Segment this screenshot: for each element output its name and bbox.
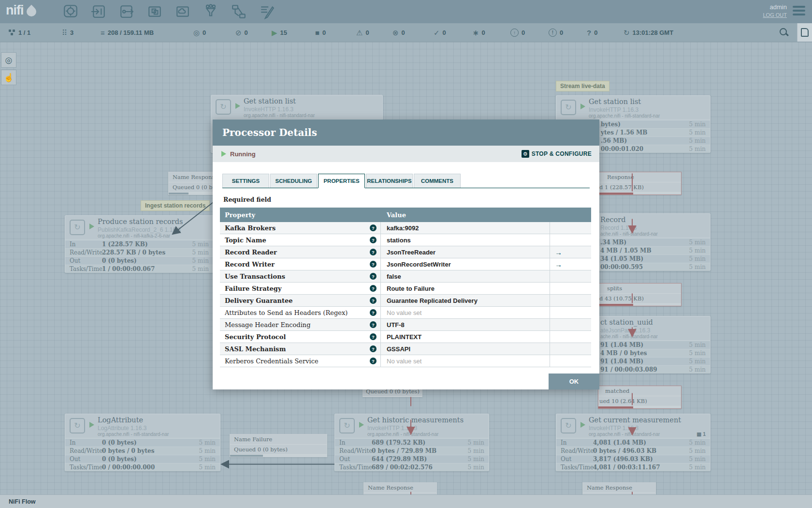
processor-get-current-measurement[interactable]: ↻ Get current measurement InvokeHTTP 1.1…	[556, 414, 710, 471]
help-icon[interactable]: ?	[370, 273, 377, 280]
processor-type: InvokeHTTP 1.16.3	[244, 106, 293, 113]
stat-row: In0 (0 bytes)5 min	[65, 438, 220, 447]
help-icon[interactable]: ?	[370, 358, 377, 364]
help-icon[interactable]: ?	[370, 261, 377, 268]
connection-splits[interactable]: splits d 43 (10.75 KB)	[598, 283, 682, 306]
running-indicator-icon	[580, 422, 585, 428]
transmitting-status: ◎0	[193, 23, 206, 42]
pan-hand-button[interactable]: ☝	[1, 70, 16, 85]
logout-link[interactable]: LOG OUT	[763, 12, 787, 18]
processor-bundle: org.apache.nifi - nifi-standard-nar	[589, 113, 660, 119]
processor-type: InvokeHTTP 1.16.3	[367, 425, 417, 432]
help-icon[interactable]: ?	[370, 297, 377, 304]
locally-modified-stale-status: !0	[549, 23, 563, 42]
stat-row: Read/Write0 bytes / 0 bytes5 min	[65, 447, 220, 455]
stopped-icon: ■	[315, 29, 319, 36]
table-row: Record Reader? JsonTreeReader →	[220, 246, 591, 258]
processor-bundle: org.apache.nifi - nifi-standard-nar	[589, 432, 660, 437]
breadcrumb-bar: NiFi Flow	[0, 494, 812, 508]
property-value: JsonTreeReader	[387, 249, 435, 256]
stat-row: 91 / 00:00:03.0895 min	[598, 365, 710, 374]
ok-button[interactable]: OK	[549, 374, 599, 389]
go-to-service-icon[interactable]: →	[550, 260, 562, 269]
help-icon[interactable]: ?	[370, 224, 377, 231]
tab-settings[interactable]: SETTINGS	[222, 174, 269, 188]
sync-failure-icon: ?	[587, 29, 591, 36]
invalid-icon: ⚠	[356, 29, 362, 36]
input-port-toolbar-icon[interactable]	[91, 4, 106, 19]
help-icon[interactable]: ?	[370, 249, 377, 255]
sync-failure-status: ?0	[587, 23, 597, 42]
app-header: nifi admin LOG OUT	[0, 0, 812, 23]
property-value: UTF-8	[387, 321, 405, 329]
summary-button[interactable]	[797, 23, 812, 42]
processor-name: Get station list	[589, 98, 641, 105]
page-icon	[801, 28, 809, 37]
tab-relationships[interactable]: RELATIONSHIPS	[366, 174, 413, 188]
remote-process-group-toolbar-icon[interactable]	[175, 4, 190, 19]
properties-table: Property Value Kafka Brokers? kafka:9092…	[220, 208, 591, 367]
help-icon[interactable]: ?	[370, 321, 377, 328]
connection-matched[interactable]: matched ued 10 (2.64 KB)	[598, 386, 682, 409]
status-bar: 1 / 1 ⠿3 ≡208 / 159.11 MB ◎0 ⊘0 ▶15 ■0 ⚠…	[0, 23, 812, 42]
processor-name: Produce station records	[98, 218, 183, 225]
process-group-toolbar-icon[interactable]	[147, 4, 162, 19]
dialog-tabs: SETTINGS SCHEDULING PROPERTIES RELATIONS…	[222, 174, 590, 188]
label-stream-live-data[interactable]: Stream live-data	[556, 81, 609, 91]
help-icon[interactable]: ?	[370, 345, 377, 352]
label-ingest-station-records[interactable]: Ingest station records	[141, 200, 210, 211]
birdseye-button[interactable]: ◎	[1, 52, 16, 68]
processor-record-partial[interactable]: Record Record 1.16.3 ache.nifi - nifi-st…	[598, 213, 710, 271]
stop-and-configure-button[interactable]: ⚙ STOP & CONFIGURE	[522, 150, 592, 158]
help-icon[interactable]: ?	[370, 309, 377, 316]
locally-modified-stale-icon: !	[549, 29, 557, 37]
stat-row: In4,081 (1.04 MB)5 min	[556, 438, 710, 447]
funnel-toolbar-icon[interactable]	[203, 4, 218, 19]
stat-row: 4 MB / 0 bytes5 min	[598, 349, 710, 357]
table-row: Delivery Guarantee? Guarantee Replicated…	[220, 295, 591, 307]
help-icon[interactable]: ?	[370, 285, 377, 292]
tab-comments[interactable]: COMMENTS	[414, 174, 461, 188]
processor-station-uuid-partial[interactable]: ct station_uuid ateJsonPath 1.16.3 ache.…	[598, 316, 710, 374]
tab-scheduling[interactable]: SCHEDULING	[270, 174, 317, 188]
table-row: Failure Strategy? Route to Failure	[220, 283, 591, 295]
running-indicator-icon	[359, 422, 364, 428]
global-menu-icon[interactable]	[793, 6, 805, 17]
queue-bar	[230, 455, 327, 457]
label-toolbar-icon[interactable]	[259, 4, 275, 19]
processor-bundle: ache.nifi - nifi-standard-nar	[600, 334, 658, 339]
running-state-icon	[221, 151, 226, 157]
breadcrumb[interactable]: NiFi Flow	[9, 498, 36, 505]
processor-toolbar-icon[interactable]	[63, 4, 78, 19]
last-refresh[interactable]: ↻13:01:28 GMT	[624, 23, 673, 42]
output-port-toolbar-icon[interactable]	[119, 4, 134, 19]
processor-produce-station-records[interactable]: ↻ Produce station records PublishKafkaRe…	[65, 215, 214, 273]
table-row: SASL Mechanism? GSSAPI	[220, 343, 591, 355]
help-icon[interactable]: ?	[370, 237, 377, 243]
processor-get-historic-measurements[interactable]: ↻ Get historic measurements InvokeHTTP 1…	[334, 414, 489, 471]
processor-type: PublishKafkaRecord_2_6 1.16.3	[98, 226, 181, 233]
processor-name: Get historic measurements	[367, 416, 464, 424]
current-user: admin	[763, 3, 787, 11]
stat-row: 91 (1.04 MB)5 min	[598, 341, 710, 349]
connection-failure[interactable]: Name Failure Queued 0 (0 bytes)	[230, 434, 327, 457]
refresh-icon[interactable]: ↻	[624, 29, 630, 36]
processor-log-attribute[interactable]: ↻ LogAttribute LogAttribute 1.16.3 org.a…	[65, 414, 220, 471]
stat-row: Out644 (729.89 MB)5 min	[335, 455, 489, 463]
running-indicator-icon	[235, 103, 240, 109]
stat-row: Read/Write0 bytes / 729.89 MB5 min	[335, 447, 489, 455]
nifi-logo-text: nifi	[6, 3, 24, 18]
processor-name: Record	[600, 216, 626, 224]
property-value: PLAINTEXT	[387, 333, 421, 341]
not-transmitting-status: ⊘0	[235, 23, 248, 42]
component-toolbar	[63, 4, 275, 19]
go-to-service-icon[interactable]: →	[550, 248, 562, 256]
processor-type: Record 1.16.3	[600, 224, 637, 231]
search-icon[interactable]	[779, 28, 789, 37]
connection-response-right[interactable]: Response d 1 (228.57 KB)	[598, 172, 682, 195]
help-icon[interactable]: ?	[370, 333, 377, 340]
stat-row: 91 (1.04 MB)5 min	[598, 357, 710, 365]
template-toolbar-icon[interactable]	[231, 4, 246, 19]
processor-name: ct station_uuid	[600, 318, 653, 326]
tab-properties[interactable]: PROPERTIES	[318, 174, 365, 188]
